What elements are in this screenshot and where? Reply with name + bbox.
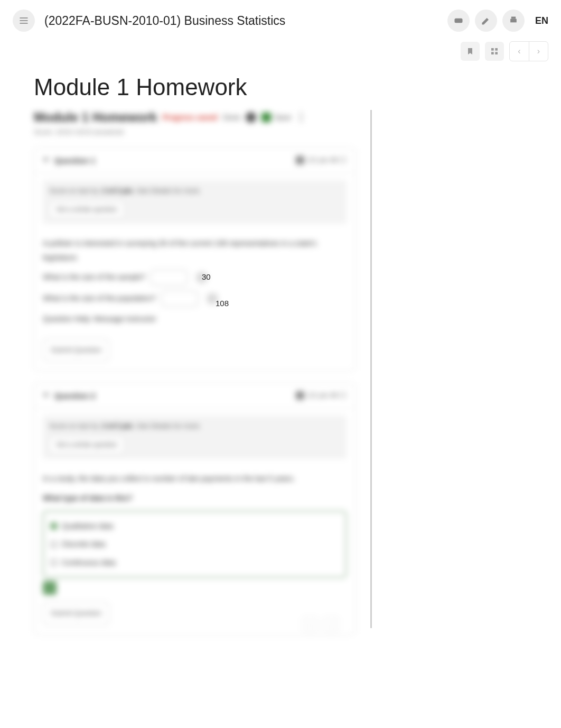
question-title: Question 1	[54, 156, 296, 165]
pager-next-button[interactable]: ›	[324, 617, 339, 632]
svg-rect-4	[510, 19, 517, 23]
svg-rect-0	[20, 17, 28, 19]
next-page-button[interactable]: ›	[529, 42, 548, 61]
submit-question-button[interactable]: Submit Question	[43, 339, 109, 362]
done-label: Done	[223, 113, 240, 122]
page-nav: ‹ ›	[509, 41, 548, 61]
attempt-banner: Score on last try: 2 of 2 pts. See Detai…	[43, 180, 347, 224]
question-card: Question 2 2/2 pts 96 ⓘ Score on last tr…	[34, 383, 356, 635]
sample-size-input[interactable]	[151, 270, 188, 285]
question-score: 2/2 pts 96 ⓘ	[296, 391, 347, 400]
menu-button[interactable]	[13, 10, 35, 32]
question-prompt: In a study, the data you collect is numb…	[43, 472, 347, 486]
sample-size-value: 30	[197, 269, 233, 284]
svg-rect-5	[511, 17, 516, 19]
chevron-down-icon[interactable]	[43, 158, 49, 162]
question-prompt: A pollster is interested in surveying 30…	[43, 236, 347, 264]
option-qualitative[interactable]: Qualitative data	[50, 517, 339, 536]
svg-rect-2	[20, 23, 28, 24]
option-continuous[interactable]: Continuous data	[50, 554, 339, 572]
language-toggle[interactable]: EN	[535, 15, 548, 26]
embedded-document: 30 108 Module 1 Homework Progress saved …	[34, 110, 372, 628]
population-size-label: What is the size of the population?	[43, 294, 156, 302]
question-title: Question 2	[54, 391, 296, 400]
bookmark-button[interactable]	[461, 42, 480, 61]
question-help: Question Help: Message instructor	[43, 312, 347, 326]
course-title: (2022FA-BUSN-2010-01) Business Statistic…	[44, 14, 438, 28]
answer-options: Qualitative data Discrete data Continuou…	[43, 511, 347, 578]
retry-button[interactable]: Get a similar question	[49, 201, 124, 218]
assignment-header: Module 1 Homework Progress saved Done Sa…	[34, 110, 356, 125]
svg-rect-1	[20, 20, 28, 21]
question-card: Question 1 2/2 pts 96 ⓘ Score on last tr…	[34, 148, 356, 371]
correct-check-icon	[43, 581, 57, 595]
retry-button[interactable]: Get a similar question	[49, 436, 124, 454]
page-title: Module 1 Homework	[0, 61, 561, 110]
score-summary: Score: 10/10 10/10 answered	[34, 128, 356, 136]
prev-page-button[interactable]: ‹	[510, 42, 529, 61]
chevron-down-icon[interactable]	[43, 393, 49, 398]
vr-icon[interactable]	[447, 10, 470, 32]
save-indicator: Save	[261, 113, 291, 122]
svg-rect-9	[495, 52, 498, 54]
edit-icon[interactable]	[475, 10, 497, 32]
assignment-title: Module 1 Homework	[34, 110, 157, 125]
svg-rect-7	[495, 48, 498, 51]
question-ask: What type of data is this?	[43, 494, 133, 502]
submit-question-button[interactable]: Submit Question	[43, 602, 109, 625]
svg-rect-3	[454, 19, 462, 23]
print-icon[interactable]	[502, 10, 525, 32]
population-size-value: 108	[210, 295, 247, 311]
svg-rect-8	[491, 52, 494, 54]
svg-rect-6	[491, 48, 494, 51]
population-size-input[interactable]	[161, 291, 198, 307]
sample-size-label: What is the size of the sample?	[43, 273, 146, 281]
question-score: 2/2 pts 96 ⓘ	[296, 155, 347, 165]
kebab-icon[interactable]	[296, 113, 306, 122]
info-icon	[246, 112, 256, 123]
option-discrete[interactable]: Discrete data	[50, 535, 339, 554]
attempt-banner: Score on last try: 2 of 2 pts. See Detai…	[43, 416, 347, 459]
progress-saved-label: Progress saved	[162, 113, 217, 122]
grid-button[interactable]	[485, 42, 504, 61]
pager-prev-button[interactable]: ‹	[303, 617, 317, 632]
doc-pager: ‹ ›	[303, 617, 339, 632]
